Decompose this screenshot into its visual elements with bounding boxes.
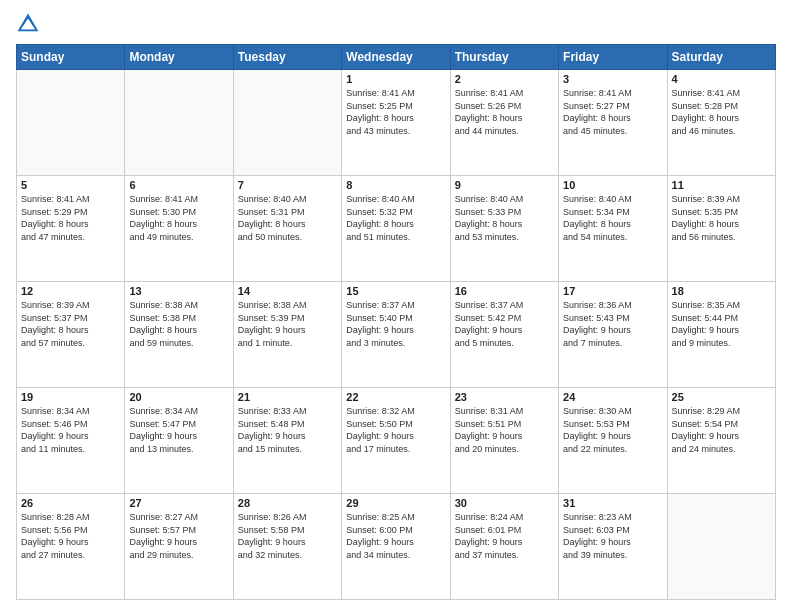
calendar-cell xyxy=(667,494,775,600)
day-detail: Sunrise: 8:40 AM Sunset: 5:31 PM Dayligh… xyxy=(238,193,337,243)
calendar-cell: 25Sunrise: 8:29 AM Sunset: 5:54 PM Dayli… xyxy=(667,388,775,494)
day-number: 17 xyxy=(563,285,662,297)
calendar-cell xyxy=(233,70,341,176)
day-detail: Sunrise: 8:30 AM Sunset: 5:53 PM Dayligh… xyxy=(563,405,662,455)
calendar-week-5: 26Sunrise: 8:28 AM Sunset: 5:56 PM Dayli… xyxy=(17,494,776,600)
day-number: 31 xyxy=(563,497,662,509)
day-number: 1 xyxy=(346,73,445,85)
day-number: 30 xyxy=(455,497,554,509)
day-number: 27 xyxy=(129,497,228,509)
day-number: 11 xyxy=(672,179,771,191)
calendar-cell: 24Sunrise: 8:30 AM Sunset: 5:53 PM Dayli… xyxy=(559,388,667,494)
calendar-week-2: 5Sunrise: 8:41 AM Sunset: 5:29 PM Daylig… xyxy=(17,176,776,282)
calendar-header-sunday: Sunday xyxy=(17,45,125,70)
calendar-cell: 7Sunrise: 8:40 AM Sunset: 5:31 PM Daylig… xyxy=(233,176,341,282)
day-detail: Sunrise: 8:34 AM Sunset: 5:47 PM Dayligh… xyxy=(129,405,228,455)
day-number: 22 xyxy=(346,391,445,403)
calendar-header-wednesday: Wednesday xyxy=(342,45,450,70)
calendar-cell: 21Sunrise: 8:33 AM Sunset: 5:48 PM Dayli… xyxy=(233,388,341,494)
calendar-cell xyxy=(125,70,233,176)
calendar-week-1: 1Sunrise: 8:41 AM Sunset: 5:25 PM Daylig… xyxy=(17,70,776,176)
day-number: 14 xyxy=(238,285,337,297)
calendar-cell: 30Sunrise: 8:24 AM Sunset: 6:01 PM Dayli… xyxy=(450,494,558,600)
calendar-cell: 11Sunrise: 8:39 AM Sunset: 5:35 PM Dayli… xyxy=(667,176,775,282)
day-detail: Sunrise: 8:41 AM Sunset: 5:28 PM Dayligh… xyxy=(672,87,771,137)
day-detail: Sunrise: 8:41 AM Sunset: 5:29 PM Dayligh… xyxy=(21,193,120,243)
calendar-cell xyxy=(17,70,125,176)
day-number: 23 xyxy=(455,391,554,403)
day-detail: Sunrise: 8:41 AM Sunset: 5:26 PM Dayligh… xyxy=(455,87,554,137)
day-number: 20 xyxy=(129,391,228,403)
day-number: 10 xyxy=(563,179,662,191)
calendar-cell: 14Sunrise: 8:38 AM Sunset: 5:39 PM Dayli… xyxy=(233,282,341,388)
calendar-cell: 5Sunrise: 8:41 AM Sunset: 5:29 PM Daylig… xyxy=(17,176,125,282)
calendar-cell: 28Sunrise: 8:26 AM Sunset: 5:58 PM Dayli… xyxy=(233,494,341,600)
day-number: 24 xyxy=(563,391,662,403)
calendar-cell: 8Sunrise: 8:40 AM Sunset: 5:32 PM Daylig… xyxy=(342,176,450,282)
calendar-cell: 1Sunrise: 8:41 AM Sunset: 5:25 PM Daylig… xyxy=(342,70,450,176)
calendar-header-monday: Monday xyxy=(125,45,233,70)
calendar-header-thursday: Thursday xyxy=(450,45,558,70)
calendar-cell: 15Sunrise: 8:37 AM Sunset: 5:40 PM Dayli… xyxy=(342,282,450,388)
day-detail: Sunrise: 8:39 AM Sunset: 5:35 PM Dayligh… xyxy=(672,193,771,243)
day-number: 28 xyxy=(238,497,337,509)
calendar-cell: 19Sunrise: 8:34 AM Sunset: 5:46 PM Dayli… xyxy=(17,388,125,494)
day-detail: Sunrise: 8:40 AM Sunset: 5:34 PM Dayligh… xyxy=(563,193,662,243)
day-detail: Sunrise: 8:40 AM Sunset: 5:33 PM Dayligh… xyxy=(455,193,554,243)
calendar-cell: 10Sunrise: 8:40 AM Sunset: 5:34 PM Dayli… xyxy=(559,176,667,282)
calendar-cell: 6Sunrise: 8:41 AM Sunset: 5:30 PM Daylig… xyxy=(125,176,233,282)
day-detail: Sunrise: 8:32 AM Sunset: 5:50 PM Dayligh… xyxy=(346,405,445,455)
calendar-cell: 23Sunrise: 8:31 AM Sunset: 5:51 PM Dayli… xyxy=(450,388,558,494)
day-detail: Sunrise: 8:33 AM Sunset: 5:48 PM Dayligh… xyxy=(238,405,337,455)
calendar-cell: 4Sunrise: 8:41 AM Sunset: 5:28 PM Daylig… xyxy=(667,70,775,176)
logo xyxy=(16,12,44,36)
day-detail: Sunrise: 8:36 AM Sunset: 5:43 PM Dayligh… xyxy=(563,299,662,349)
day-number: 8 xyxy=(346,179,445,191)
calendar-cell: 3Sunrise: 8:41 AM Sunset: 5:27 PM Daylig… xyxy=(559,70,667,176)
page: SundayMondayTuesdayWednesdayThursdayFrid… xyxy=(0,0,792,612)
calendar-week-3: 12Sunrise: 8:39 AM Sunset: 5:37 PM Dayli… xyxy=(17,282,776,388)
day-detail: Sunrise: 8:37 AM Sunset: 5:42 PM Dayligh… xyxy=(455,299,554,349)
day-number: 26 xyxy=(21,497,120,509)
day-detail: Sunrise: 8:39 AM Sunset: 5:37 PM Dayligh… xyxy=(21,299,120,349)
calendar-cell: 26Sunrise: 8:28 AM Sunset: 5:56 PM Dayli… xyxy=(17,494,125,600)
calendar-cell: 9Sunrise: 8:40 AM Sunset: 5:33 PM Daylig… xyxy=(450,176,558,282)
day-detail: Sunrise: 8:27 AM Sunset: 5:57 PM Dayligh… xyxy=(129,511,228,561)
day-detail: Sunrise: 8:41 AM Sunset: 5:25 PM Dayligh… xyxy=(346,87,445,137)
day-number: 3 xyxy=(563,73,662,85)
calendar-cell: 18Sunrise: 8:35 AM Sunset: 5:44 PM Dayli… xyxy=(667,282,775,388)
calendar-header-tuesday: Tuesday xyxy=(233,45,341,70)
calendar-cell: 13Sunrise: 8:38 AM Sunset: 5:38 PM Dayli… xyxy=(125,282,233,388)
logo-icon xyxy=(16,12,40,36)
day-detail: Sunrise: 8:40 AM Sunset: 5:32 PM Dayligh… xyxy=(346,193,445,243)
day-detail: Sunrise: 8:41 AM Sunset: 5:27 PM Dayligh… xyxy=(563,87,662,137)
day-detail: Sunrise: 8:25 AM Sunset: 6:00 PM Dayligh… xyxy=(346,511,445,561)
calendar-header-row: SundayMondayTuesdayWednesdayThursdayFrid… xyxy=(17,45,776,70)
day-detail: Sunrise: 8:29 AM Sunset: 5:54 PM Dayligh… xyxy=(672,405,771,455)
day-number: 29 xyxy=(346,497,445,509)
day-detail: Sunrise: 8:35 AM Sunset: 5:44 PM Dayligh… xyxy=(672,299,771,349)
calendar-cell: 2Sunrise: 8:41 AM Sunset: 5:26 PM Daylig… xyxy=(450,70,558,176)
calendar-week-4: 19Sunrise: 8:34 AM Sunset: 5:46 PM Dayli… xyxy=(17,388,776,494)
day-detail: Sunrise: 8:34 AM Sunset: 5:46 PM Dayligh… xyxy=(21,405,120,455)
day-number: 19 xyxy=(21,391,120,403)
calendar-cell: 20Sunrise: 8:34 AM Sunset: 5:47 PM Dayli… xyxy=(125,388,233,494)
calendar-cell: 27Sunrise: 8:27 AM Sunset: 5:57 PM Dayli… xyxy=(125,494,233,600)
day-detail: Sunrise: 8:38 AM Sunset: 5:39 PM Dayligh… xyxy=(238,299,337,349)
day-detail: Sunrise: 8:37 AM Sunset: 5:40 PM Dayligh… xyxy=(346,299,445,349)
calendar-cell: 16Sunrise: 8:37 AM Sunset: 5:42 PM Dayli… xyxy=(450,282,558,388)
day-detail: Sunrise: 8:28 AM Sunset: 5:56 PM Dayligh… xyxy=(21,511,120,561)
calendar-cell: 31Sunrise: 8:23 AM Sunset: 6:03 PM Dayli… xyxy=(559,494,667,600)
day-detail: Sunrise: 8:24 AM Sunset: 6:01 PM Dayligh… xyxy=(455,511,554,561)
day-number: 25 xyxy=(672,391,771,403)
calendar-cell: 29Sunrise: 8:25 AM Sunset: 6:00 PM Dayli… xyxy=(342,494,450,600)
calendar-header-saturday: Saturday xyxy=(667,45,775,70)
day-detail: Sunrise: 8:26 AM Sunset: 5:58 PM Dayligh… xyxy=(238,511,337,561)
day-number: 16 xyxy=(455,285,554,297)
day-number: 6 xyxy=(129,179,228,191)
day-number: 9 xyxy=(455,179,554,191)
day-number: 2 xyxy=(455,73,554,85)
day-number: 7 xyxy=(238,179,337,191)
header xyxy=(16,12,776,36)
calendar-cell: 22Sunrise: 8:32 AM Sunset: 5:50 PM Dayli… xyxy=(342,388,450,494)
